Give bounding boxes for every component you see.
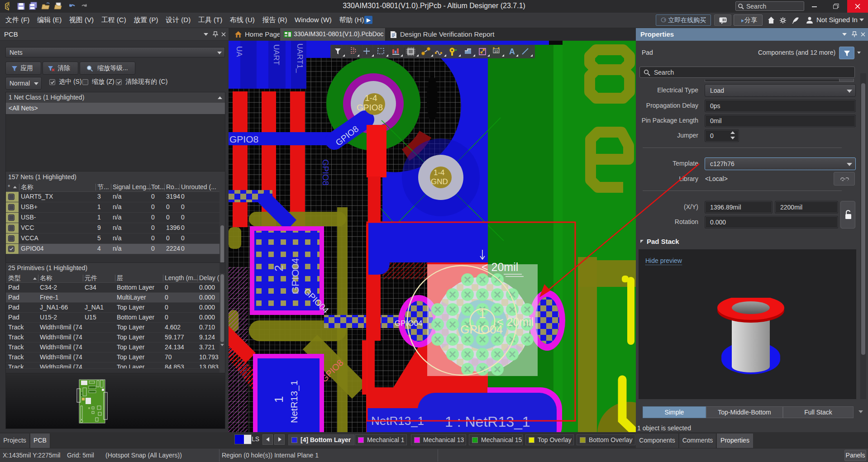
svg-text:< 20mil: < 20mil — [482, 261, 518, 273]
svg-text:1: 1 — [272, 396, 286, 403]
svg-text:< 20mil: < 20mil — [497, 315, 534, 328]
svg-text:GPIO8: GPIO8 — [229, 134, 258, 144]
svg-text:GPIO04: GPIO04 — [290, 258, 301, 294]
svg-text:UART1_: UART1_ — [296, 43, 304, 73]
svg-text:1-4: 1-4 — [365, 93, 377, 103]
svg-text:NetR13_1: NetR13_1 — [289, 380, 300, 423]
svg-text:GPIO8: GPIO8 — [321, 159, 330, 186]
svg-text:1-4: 1-4 — [434, 168, 445, 177]
svg-text:GND: GND — [431, 177, 448, 186]
svg-text:GPIO8: GPIO8 — [357, 103, 383, 112]
svg-text:GPIO04: GPIO04 — [395, 319, 422, 328]
svg-text:A: A — [509, 47, 515, 56]
svg-text:1: 1 — [479, 307, 486, 321]
svg-text:GPIO04: GPIO04 — [460, 323, 503, 336]
svg-text:10: 10 — [494, 49, 498, 53]
svg-text:1 : NetR13_1: 1 : NetR13_1 — [445, 414, 530, 430]
svg-text:2: 2 — [272, 265, 286, 271]
svg-text:UART: UART — [272, 44, 281, 65]
svg-text:UA: UA — [235, 46, 243, 57]
